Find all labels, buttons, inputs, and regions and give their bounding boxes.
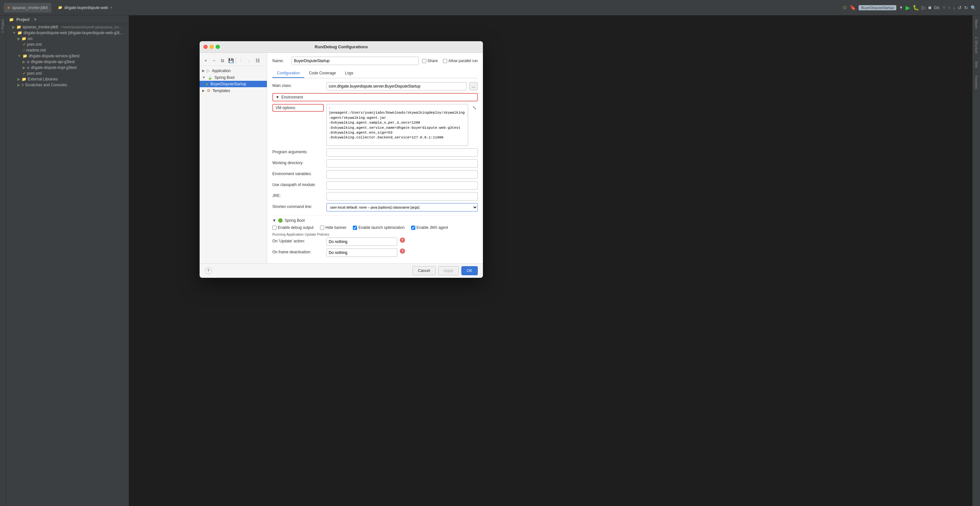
config-tree-spring-boot[interactable]: ▼ 🍃 Spring Boot <box>200 74 267 81</box>
tree-pom1[interactable]: ✓ pom.xml <box>6 41 134 47</box>
ok-button[interactable]: OK <box>461 266 478 275</box>
tab-close-icon[interactable]: ✕ <box>110 6 112 10</box>
ide-window: ▶ apsaras_invoke-jdk8 📁 dhgate-buyerdisp… <box>0 0 980 506</box>
on-update-label: On 'Update' action: <box>272 237 324 243</box>
move-down-button[interactable]: ↓ <box>246 57 253 64</box>
vm-expand-button[interactable]: ⤡ <box>471 104 478 111</box>
env-vars-input[interactable] <box>326 170 478 179</box>
share-checkbox[interactable] <box>422 59 426 63</box>
classpath-input[interactable] <box>326 181 478 189</box>
enable-debug-label[interactable]: Enable debug output <box>272 225 313 230</box>
enable-launch-label[interactable]: Enable launch optimization <box>353 225 404 230</box>
config-tree-templates[interactable]: ▶ ⚙ Templates <box>200 87 267 94</box>
tree-dispute-service[interactable]: ▼ 📁 dhgate-dispute-service-g3test <box>6 53 134 59</box>
allow-parallel-label[interactable]: Allow parallel run <box>443 59 478 63</box>
tree-dispute-api[interactable]: ▶ ◈ dhgate-dispute-api-g3test <box>6 59 134 65</box>
minimize-button[interactable] <box>210 45 214 49</box>
enable-jmx-label[interactable]: Enable JMX agent <box>411 225 448 230</box>
xml-icon-2: ✓ <box>22 71 26 76</box>
maximize-button[interactable] <box>216 45 220 49</box>
git-branch-icon[interactable]: Y <box>943 5 945 10</box>
on-frame-help-icon[interactable]: ? <box>400 248 405 254</box>
search-icon[interactable]: 🔍 <box>970 5 976 10</box>
tree-dhgate-web[interactable]: ▼ 📁 dhgate-buyerdispute-web [dhgate-buye… <box>6 30 134 36</box>
name-input[interactable] <box>292 57 419 65</box>
on-update-help-icon[interactable]: ? <box>400 237 405 243</box>
on-frame-label: On frame deactivation: <box>272 248 324 254</box>
git-redo-icon[interactable]: ↻ <box>964 5 968 10</box>
environment-section[interactable]: ▼ Environment <box>272 93 478 102</box>
hide-banner-checkbox[interactable] <box>320 226 324 230</box>
on-update-select-wrapper: Do nothing <box>326 237 397 246</box>
side-maven-tab[interactable]: Maven <box>973 16 979 33</box>
program-args-input[interactable] <box>326 148 478 157</box>
side-web-tab[interactable]: Web <box>973 57 979 72</box>
run-config-icon: ⚙ <box>843 5 847 11</box>
config-tabs: Configuration Code Coverage Logs <box>272 69 478 78</box>
env-vars-label: Environment variables: <box>272 170 324 176</box>
tree-src[interactable]: ▶ 📁 src <box>6 36 134 41</box>
expand-icon-3: ▶ <box>18 37 20 41</box>
move-up-button[interactable]: ↑ <box>237 57 244 64</box>
config-tree-buyer-dispute[interactable]: ▶ BuyerDisputeStartup <box>200 81 267 87</box>
save-config-button[interactable]: 💾 <box>227 57 234 64</box>
side-project-tab[interactable]: 1: Project <box>0 16 6 37</box>
run-coverage[interactable]: ▷ <box>922 5 926 11</box>
cancel-button[interactable]: Cancel <box>412 266 435 275</box>
project-sidebar: 📁 Project ▼ ▶ 📁 apsaras_invoke-jdk8 ~/wo… <box>6 16 135 506</box>
share-checkbox-label[interactable]: Share <box>422 59 438 63</box>
side-favorites-tab[interactable]: Favorites <box>973 72 979 93</box>
help-button[interactable]: ? <box>205 267 212 274</box>
spring-boot-section: ▼ Spring Boot Enable debug output <box>272 215 478 257</box>
tab-code-coverage[interactable]: Code Coverage <box>304 69 340 78</box>
shorten-cmd-select[interactable]: user-local default: none – java [options… <box>326 203 478 212</box>
stop-button[interactable]: ■ <box>928 5 931 11</box>
on-update-select[interactable]: Do nothing <box>326 237 397 246</box>
tree-label-3: src <box>28 37 33 41</box>
tree-readme[interactable]: □ readme.md <box>6 47 134 53</box>
dialog-title: Run/Debug Configurations <box>315 45 368 49</box>
tree-label-2: dhgate-buyerdispute-web [dhgate-buyerdis… <box>24 30 123 35</box>
copy-config-button[interactable]: ⧉ <box>219 57 226 64</box>
tree-apsaras[interactable]: ▶ 📁 apsaras_invoke-jdk8 ~/work/project/m… <box>6 24 134 30</box>
apply-button[interactable]: Apply <box>438 266 459 275</box>
bookmark-icon: 🔖 <box>850 5 856 11</box>
enable-jmx-checkbox[interactable] <box>411 226 415 230</box>
on-frame-select[interactable]: Do nothing <box>326 248 397 257</box>
close-button[interactable] <box>204 45 208 49</box>
tree-pom2[interactable]: ✓ pom.xml <box>6 70 134 76</box>
enable-debug-text: Enable debug output <box>278 225 313 230</box>
tab-configuration[interactable]: Configuration <box>272 69 304 78</box>
jre-input[interactable] <box>326 192 478 200</box>
git-undo-icon[interactable]: ↺ <box>958 5 962 10</box>
tab-logs[interactable]: Logs <box>340 69 358 78</box>
git-push-icon[interactable]: ↑ <box>948 5 950 10</box>
vm-options-textarea[interactable]: -javaagent:/Users/yuanjiabo/Downloads/sk… <box>326 104 468 146</box>
tab-apsaras[interactable]: ▶ apsaras_invoke-jdk8 <box>4 3 51 13</box>
main-class-input[interactable] <box>326 82 467 91</box>
main-class-browse-button[interactable]: … <box>469 82 478 91</box>
tree-external-libs[interactable]: ▶ 📁 External Libraries <box>6 76 134 82</box>
run-button[interactable]: ▶ <box>906 4 910 11</box>
sidebar-dropdown-icon[interactable]: ▼ <box>33 18 37 22</box>
hide-banner-label[interactable]: Hide banner <box>320 225 347 230</box>
debug-button[interactable]: 🐛 <box>913 5 919 11</box>
vm-options-row: VM options: -javaagent:/Users/yuanjiabo/… <box>272 104 478 146</box>
enable-debug-checkbox[interactable] <box>272 226 277 230</box>
expand-icon-6: ▶ <box>22 65 25 70</box>
add-config-button[interactable]: + <box>202 57 209 64</box>
sort-button[interactable]: ⛓ <box>254 57 261 64</box>
config-tree-application[interactable]: ▶ ▷ Application <box>200 67 267 74</box>
allow-parallel-checkbox[interactable] <box>443 59 447 63</box>
working-dir-input[interactable] <box>326 159 478 168</box>
tree-scratches[interactable]: ▶ ≡ Scratches and Consoles <box>6 82 134 88</box>
tree-dispute-impl[interactable]: ▶ ◈ dhgate-dispute-impl-g3test <box>6 65 134 70</box>
config-dropdown-icon[interactable]: ▼ <box>899 5 903 10</box>
scratches-icon: ≡ <box>22 83 24 87</box>
run-config-selector[interactable]: BuyerDisputeStartup <box>859 5 897 10</box>
tab-dhgate[interactable]: 📁 dhgate-buyerdispute-web ✕ <box>54 3 116 13</box>
git-pull-icon[interactable]: ↓ <box>953 5 955 10</box>
side-structure-tab[interactable]: Z: Structure <box>973 33 979 57</box>
enable-launch-checkbox[interactable] <box>353 226 357 230</box>
remove-config-button[interactable]: − <box>210 57 218 64</box>
